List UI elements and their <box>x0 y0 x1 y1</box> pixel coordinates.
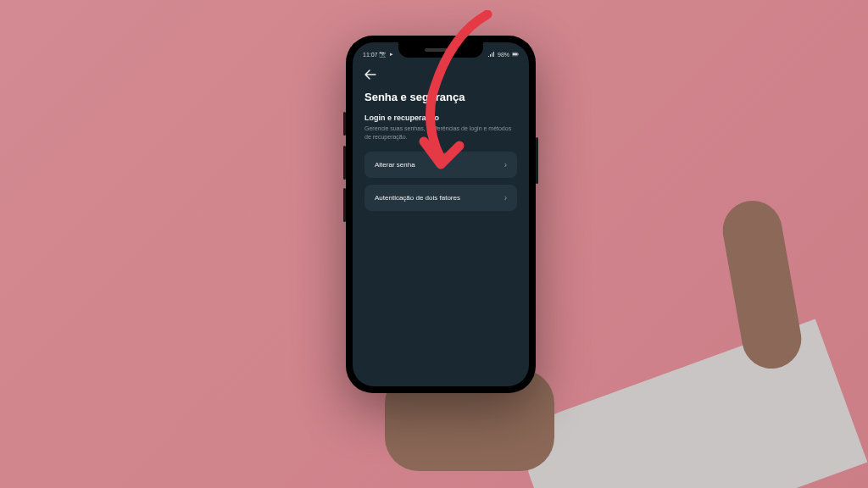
section-description: Gerencie suas senhas, preferências de lo… <box>364 125 517 141</box>
chevron-right-icon: › <box>504 160 507 169</box>
status-time: 11:07 <box>363 52 378 58</box>
svg-rect-1 <box>513 53 518 56</box>
status-flag-icon: ▸ <box>388 51 395 58</box>
page-title: Senha e segurança <box>364 91 517 103</box>
back-button[interactable] <box>364 69 376 82</box>
notification-icon: 📷 <box>380 51 387 58</box>
signal-icon <box>488 51 495 58</box>
setting-label: Autenticação de dois fatores <box>375 194 460 202</box>
phone-notch <box>398 42 483 58</box>
setting-label: Alterar senha <box>375 161 415 169</box>
battery-icon <box>512 51 519 58</box>
setting-item-two-factor[interactable]: Autenticação de dois fatores › <box>364 185 517 211</box>
phone-device: 11:07 📷 ▸ 98% Senha e segurança <box>346 36 536 393</box>
section-title: Login e recuperação <box>364 114 517 122</box>
phone-screen: 11:07 📷 ▸ 98% Senha e segurança <box>353 42 529 386</box>
battery-percent: 98% <box>498 52 509 58</box>
arrow-left-icon <box>364 69 376 80</box>
chevron-right-icon: › <box>504 193 507 202</box>
setting-item-change-password[interactable]: Alterar senha › <box>364 152 517 178</box>
svg-rect-2 <box>518 53 519 54</box>
